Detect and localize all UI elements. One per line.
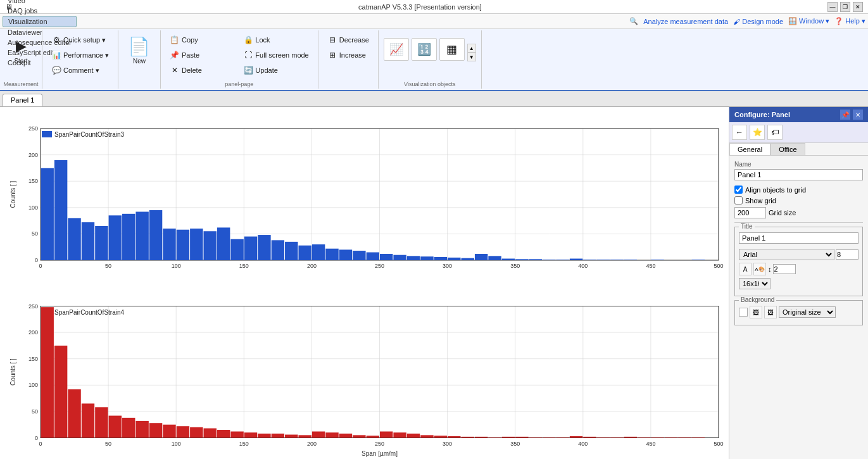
design-mode-link[interactable]: 🖌 Design mode [733,18,783,25]
grid-size-row: Grid size [734,207,863,218]
ribbon-group-settings: ⚙ Quick setup ▾ 📊 Performance ▾ 💬 Commen… [42,30,118,89]
config-tag-button[interactable]: 🏷 [767,125,783,140]
config-panel: Configure: Panel 📌 ✕ ← ⭐ 🏷 General Offic… [729,107,868,459]
ribbon-group-panel-page: 📋 Copy 🔒 Lock 📌 Paste ⛶ Full screen mode… [161,30,318,89]
config-tabs: General Office [729,143,868,156]
gauge-viz-button[interactable]: 🔢 [412,38,437,61]
config-tab-office[interactable]: Office [771,143,805,155]
update-icon: 🔄 [243,65,253,75]
panel-close-button[interactable]: ✕ [853,110,863,120]
background-section-label: Background [739,296,776,303]
close-button[interactable]: ✕ [853,2,863,12]
performance-button[interactable]: 📊 Performance ▾ [47,48,113,62]
measurement-label: Measurement [0,81,42,87]
text-style-button[interactable]: A [739,263,752,275]
text-color-button[interactable]: A🎨 [753,263,766,275]
panel-tab-panel1[interactable]: Panel 1 [3,94,42,106]
menu-bar: FileDAQ channelsVideoDAQ jobsVisualizati… [0,14,868,29]
analyze-link[interactable]: Analyze measurement data [643,18,728,25]
delete-button[interactable]: ✕ Delete [166,63,239,77]
viz-scroll-up[interactable]: ▲ [467,44,476,53]
title-input[interactable] [739,232,859,244]
viz-scroll: ▲ ▼ [467,44,476,61]
ribbon-group-new: 📄 New [118,30,161,89]
config-panel-title: Configure: Panel [734,111,790,118]
size-row: 16x16 [739,278,859,289]
panel-page-label: panel-page [161,81,318,87]
increase-button[interactable]: ⊞ Increase [324,48,373,62]
bg-row: 🖼 🖼 Original size [739,306,859,318]
font-select[interactable]: Arial [739,249,834,260]
menu-item-video[interactable]: Video [3,0,77,6]
bg-image-button2[interactable]: 🖼 [764,306,777,318]
display-viz-button[interactable]: ▦ [439,38,465,61]
chart-area [0,107,729,459]
config-back-button[interactable]: ← [732,125,747,140]
panel-pin-button[interactable]: 📌 [840,110,850,120]
lock-button[interactable]: 🔒 Lock [239,33,312,47]
name-label: Name [734,161,863,168]
comment-button[interactable]: 💬 Comment ▾ [47,63,113,77]
main-area: Configure: Panel 📌 ✕ ← ⭐ 🏷 General Offic… [0,107,868,459]
menu-item-visualization[interactable]: Visualization [3,16,77,27]
title-text: catmanAP V5.3.3 [Presentation version] [358,3,482,11]
align-grid-checkbox[interactable] [734,185,743,194]
title-bar: 🖥 catmanAP V5.3.3 [Presentation version]… [0,0,868,14]
start-button[interactable]: ▶ Start [5,33,37,68]
chart-viz-button[interactable]: 📈 [384,38,409,61]
size-select[interactable]: 16x16 [739,278,771,289]
viz-icons-container: 📈 🔢 ▦ [384,35,465,70]
config-panel-header: Configure: Panel 📌 ✕ [729,107,868,122]
title-field [739,232,859,244]
menu-right-area: 🔍 Analyze measurement data 🖌 Design mode… [629,17,865,25]
restore-button[interactable]: ❐ [840,2,850,12]
update-button[interactable]: 🔄 Update [239,63,312,77]
show-grid-checkbox[interactable] [734,196,743,204]
icon-row: A A🎨 ↕ [739,263,859,275]
bg-image-button1[interactable]: 🖼 [750,306,762,318]
increase-icon: ⊞ [327,50,337,60]
grid-size-label: Grid size [769,209,796,217]
copy-button[interactable]: 📋 Copy [166,33,239,47]
copy-icon: 📋 [170,35,180,45]
background-section: Background 🖼 🖼 Original size [734,300,863,325]
viz-scroll-down[interactable]: ▼ [467,53,476,61]
ribbon: ▶ Start Measurement ⚙ Quick setup ▾ 📊 Pe… [0,29,868,91]
quick-setup-button[interactable]: ⚙ Quick setup ▾ [47,33,113,47]
window-controls: — ❐ ✕ [827,2,863,12]
bg-option-select[interactable]: Original size [779,306,836,318]
config-toolbar: ← ⭐ 🏷 [729,122,868,143]
align-grid-label: Align objects to grid [745,186,806,194]
delete-icon: ✕ [170,65,180,75]
config-tab-general[interactable]: General [729,143,771,155]
name-input[interactable] [734,169,863,180]
bg-color-checkbox[interactable] [739,308,748,317]
window-menu[interactable]: 🪟 Window ▾ [788,17,829,25]
font-size-input[interactable] [836,249,859,260]
show-grid-label: Show grid [745,197,776,204]
paste-icon: 📌 [170,50,180,60]
grid-size-input[interactable] [734,207,766,218]
align-grid-row: Align objects to grid [734,185,863,194]
panel-tab-bar: Panel 1 [0,91,868,107]
menu-item-daq-jobs[interactable]: DAQ jobs [3,6,77,16]
name-field: Name [734,161,863,180]
minimize-button[interactable]: — [827,2,838,12]
show-grid-row: Show grid [734,196,863,204]
config-body: Name Align objects to grid Show grid Gri… [729,156,868,459]
viz-objects-label: Visualization objects [379,81,481,87]
performance-icon: 📊 [51,50,61,60]
ribbon-group-size: ⊟ Decrease ⊞ Increase [318,30,379,89]
spacing-input[interactable] [773,264,796,274]
config-star-button[interactable]: ⭐ [750,125,765,140]
help-menu[interactable]: ❓ Help ▾ [834,17,865,25]
lock-icon: 🔒 [243,35,253,45]
comment-icon: 💬 [51,65,61,75]
histogram-canvas [3,110,729,459]
search-icon[interactable]: 🔍 [629,17,638,25]
start-icon: ▶ [11,36,31,56]
paste-button[interactable]: 📌 Paste [166,48,239,63]
new-button[interactable]: 📄 New [123,33,155,68]
full-screen-button[interactable]: ⛶ Full screen mode [239,48,312,63]
decrease-button[interactable]: ⊟ Decrease [324,33,373,47]
